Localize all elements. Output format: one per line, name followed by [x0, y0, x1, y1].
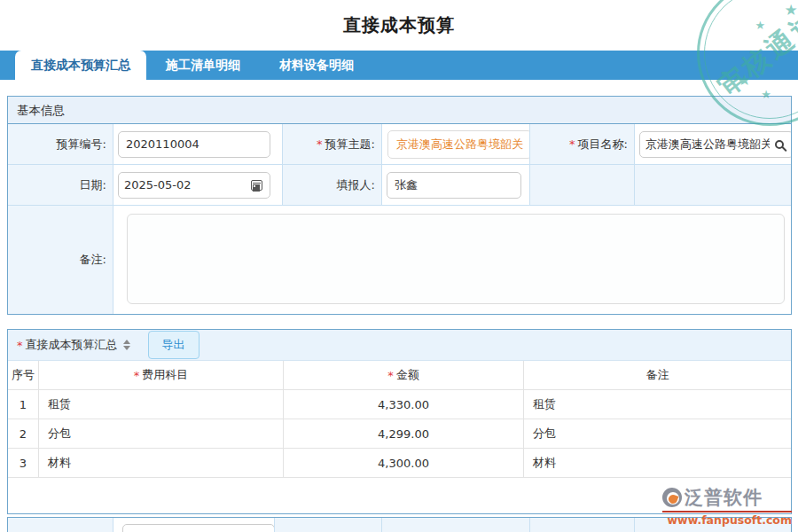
- tab-bar: 直接成本预算汇总 施工清单明细 材料设备明细: [0, 51, 798, 80]
- budget-no-input[interactable]: [118, 131, 270, 158]
- tab-direct-cost-summary[interactable]: 直接成本预算汇总: [15, 51, 146, 80]
- empty-cell: [382, 518, 530, 532]
- row-subject: 材料: [39, 449, 284, 478]
- tab-material-equipment-detail[interactable]: 材料设备明细: [260, 51, 373, 80]
- empty-cell: [635, 165, 791, 206]
- remark-cell: [113, 206, 791, 314]
- totals-label-cell: [8, 518, 113, 532]
- basic-info-section-title: 基本信息: [8, 97, 791, 124]
- row-subject: 租赁: [39, 390, 284, 419]
- table-row[interactable]: 3 材料 4,300.00 材料: [8, 449, 791, 478]
- project-name-input[interactable]: [640, 132, 775, 157]
- fanpu-logo: 泛普软件 www.fanpusoft.com: [662, 485, 792, 527]
- total-amount-input-wrap: [122, 524, 275, 532]
- budget-subject-label: * 预算主题:: [283, 124, 382, 165]
- export-button[interactable]: 导出: [148, 331, 200, 359]
- budget-no-cell: [113, 124, 283, 165]
- project-name-input-wrap: [639, 131, 791, 158]
- row-note: 分包: [524, 419, 791, 449]
- date-input-wrap: [118, 172, 270, 199]
- col-header-note: 备注: [524, 361, 791, 390]
- empty-cell: [530, 165, 635, 206]
- empty-cell: [530, 518, 635, 532]
- tab-construction-list-detail[interactable]: 施工清单明细: [146, 51, 260, 80]
- remark-textarea[interactable]: [127, 214, 785, 304]
- date-cell: [113, 165, 283, 206]
- reporter-label: 填报人:: [283, 165, 382, 206]
- budget-subject-cell: 京港澳高速公路粤境韶关: [382, 124, 530, 165]
- required-mark: *: [569, 137, 575, 151]
- row-seq: 3: [8, 449, 39, 478]
- table-row[interactable]: 2 分包 4,299.00 分包: [8, 419, 791, 449]
- project-name-label: * 项目名称:: [530, 124, 635, 165]
- budget-subject-value[interactable]: 京港澳高速公路粤境韶关: [387, 130, 530, 159]
- search-icon[interactable]: [775, 140, 784, 149]
- fanpu-logo-icon: [662, 488, 682, 507]
- row-subject: 分包: [39, 419, 284, 449]
- remark-label: 备注:: [8, 206, 113, 314]
- col-header-seq: 序号: [8, 361, 39, 390]
- date-label: 日期:: [8, 165, 113, 206]
- fanpu-logo-url: www.fanpusoft.com: [662, 511, 792, 527]
- totals-amount-cell: [113, 518, 275, 532]
- col-header-subject: * 费用科目: [39, 361, 284, 390]
- basic-info-panel: 基本信息 预算编号: * 预算主题: 京港澳高速公路粤境韶关 * 项目名称:: [7, 96, 792, 315]
- reporter-cell: [382, 165, 530, 206]
- summary-table: 序号 * 费用科目 * 金额 备注 1 租赁 4,330.00 租赁 2 分包 …: [8, 361, 791, 478]
- row-note: 租赁: [524, 390, 791, 419]
- summary-section-title: 直接成本预算汇总: [26, 337, 118, 353]
- required-mark: *: [317, 137, 323, 151]
- project-name-cell: [635, 124, 791, 165]
- table-header-row: 序号 * 费用科目 * 金额 备注: [8, 361, 791, 390]
- col-header-amount: * 金额: [284, 361, 524, 390]
- date-input[interactable]: [119, 173, 251, 198]
- basic-info-grid: 预算编号: * 预算主题: 京港澳高速公路粤境韶关 * 项目名称: 日期:: [8, 124, 791, 314]
- required-mark: *: [134, 369, 140, 382]
- page-title: 直接成本预算: [0, 0, 798, 37]
- row-seq: 1: [8, 390, 39, 419]
- row-seq: 2: [8, 419, 39, 449]
- summary-toolbar: * 直接成本预算汇总 导出: [8, 330, 791, 361]
- budget-no-label: 预算编号:: [8, 124, 113, 165]
- required-mark: *: [387, 369, 394, 382]
- reporter-input[interactable]: [387, 172, 521, 199]
- table-row[interactable]: 1 租赁 4,330.00 租赁: [8, 390, 791, 419]
- row-note: 材料: [524, 449, 791, 478]
- sort-icon[interactable]: [123, 340, 130, 350]
- required-mark: *: [17, 339, 23, 352]
- empty-cell: [275, 518, 382, 532]
- row-amount: 4,300.00: [284, 449, 524, 478]
- fanpu-logo-name: 泛普软件: [685, 485, 763, 510]
- row-amount: 4,299.00: [284, 419, 524, 449]
- row-amount: 4,330.00: [284, 390, 524, 419]
- calendar-icon[interactable]: [251, 180, 262, 191]
